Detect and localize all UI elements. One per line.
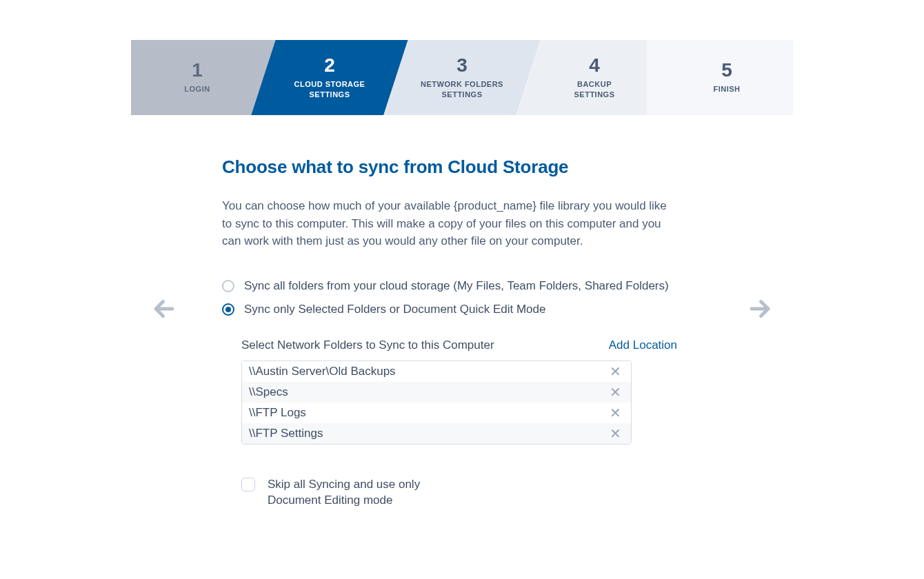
folder-row[interactable]: \\FTP Logs ✕ — [242, 403, 631, 423]
wizard-stepper: 1 LOGIN 2 CLOUD STORAGE SETTINGS 3 NETWO… — [131, 40, 793, 115]
page-description: You can choose how much of your availabl… — [222, 197, 677, 250]
step-label: BACKUP SETTINGS — [574, 79, 614, 99]
step-label: FINISH — [713, 84, 740, 94]
prev-button[interactable] — [149, 294, 179, 324]
folder-row[interactable]: \\Austin Server\Old Backups ✕ — [242, 361, 631, 382]
page-title: Choose what to sync from Cloud Storage — [222, 156, 677, 178]
radio-sync-selected[interactable]: Sync only Selected Folders or Document Q… — [222, 303, 677, 316]
skip-syncing-checkbox[interactable] — [241, 478, 255, 491]
arrow-right-icon — [747, 296, 772, 321]
remove-icon[interactable]: ✕ — [610, 427, 621, 440]
folder-path: \\Specs — [249, 385, 288, 399]
folder-path: \\Austin Server\Old Backups — [249, 365, 396, 378]
step-number: 5 — [721, 61, 732, 80]
next-button[interactable] — [745, 294, 775, 324]
step-number: 4 — [589, 56, 600, 75]
step-label: NETWORK FOLDERS SETTINGS — [421, 79, 503, 99]
step-finish[interactable]: 5 FINISH — [661, 40, 793, 115]
folder-list: \\Austin Server\Old Backups ✕ \\Specs ✕ … — [241, 360, 632, 445]
folder-list-title: Select Network Folders to Sync to this C… — [241, 338, 494, 352]
step-label: CLOUD STORAGE SETTINGS — [294, 79, 365, 99]
folder-path: \\FTP Logs — [249, 406, 306, 420]
step-number: 1 — [192, 61, 203, 80]
step-backup-settings[interactable]: 4 BACKUP SETTINGS — [528, 40, 661, 115]
radio-icon — [222, 303, 234, 316]
step-network-folders-settings[interactable]: 3 NETWORK FOLDERS SETTINGS — [396, 40, 528, 115]
step-number: 2 — [324, 56, 335, 75]
folder-row[interactable]: \\FTP Settings ✕ — [242, 423, 631, 444]
add-location-link[interactable]: Add Location — [609, 338, 677, 352]
folder-row[interactable]: \\Specs ✕ — [242, 382, 631, 403]
remove-icon[interactable]: ✕ — [610, 406, 621, 420]
radio-icon — [222, 280, 234, 292]
skip-syncing-label: Skip all Syncing and use only Document E… — [268, 476, 426, 509]
folder-path: \\FTP Settings — [249, 427, 323, 440]
step-number: 3 — [456, 56, 468, 75]
step-cloud-storage-settings[interactable]: 2 CLOUD STORAGE SETTINGS — [263, 40, 396, 115]
radio-label: Sync only Selected Folders or Document Q… — [244, 303, 545, 316]
remove-icon[interactable]: ✕ — [610, 385, 621, 399]
arrow-left-icon — [152, 296, 177, 321]
remove-icon[interactable]: ✕ — [610, 365, 621, 378]
step-label: LOGIN — [184, 84, 210, 94]
radio-sync-all[interactable]: Sync all folders from your cloud storage… — [222, 279, 677, 293]
step-login[interactable]: 1 LOGIN — [131, 40, 263, 115]
radio-label: Sync all folders from your cloud storage… — [244, 279, 669, 293]
